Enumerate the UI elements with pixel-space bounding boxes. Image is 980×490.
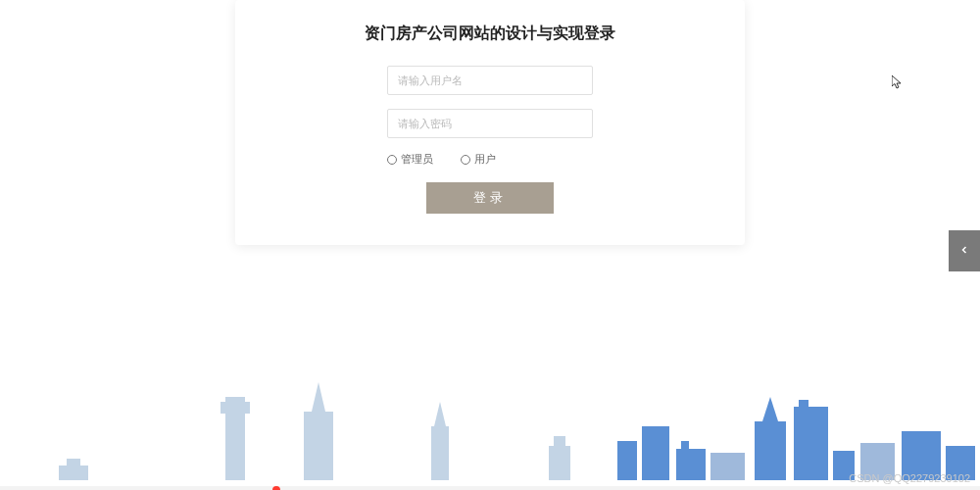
role-admin-option[interactable]: 管理员	[387, 152, 433, 167]
progress-indicator	[272, 486, 280, 490]
svg-rect-8	[549, 446, 570, 480]
svg-rect-0	[59, 466, 88, 480]
svg-rect-4	[304, 412, 333, 480]
svg-rect-9	[554, 436, 565, 448]
svg-rect-12	[676, 449, 706, 480]
role-user-radio[interactable]	[461, 155, 470, 165]
role-user-label: 用户	[474, 152, 496, 167]
login-card: 资门房产公司网站的设计与实现登录 管理员 用户 登录	[235, 0, 745, 245]
svg-rect-13	[681, 441, 689, 451]
role-radio-group: 管理员 用户	[387, 152, 593, 167]
chevron-left-icon	[958, 242, 970, 260]
cursor-icon	[892, 75, 902, 92]
password-input[interactable]	[387, 109, 593, 138]
bottom-bar	[0, 486, 980, 490]
watermark-text: CSDN @QQ2279239102	[849, 472, 970, 484]
svg-marker-7	[434, 402, 446, 426]
svg-rect-14	[755, 421, 786, 480]
role-admin-label: 管理员	[401, 152, 433, 167]
side-collapse-tab[interactable]	[949, 230, 980, 271]
username-input[interactable]	[387, 66, 593, 95]
svg-rect-21	[710, 453, 745, 480]
svg-marker-15	[762, 397, 778, 421]
svg-rect-1	[67, 459, 80, 466]
role-admin-radio[interactable]	[387, 155, 397, 165]
skyline-decoration	[0, 372, 980, 480]
login-button[interactable]: 登录	[426, 182, 554, 214]
svg-rect-6	[431, 426, 449, 480]
svg-rect-3	[220, 402, 250, 414]
login-title: 资门房产公司网站的设计与实现登录	[294, 24, 686, 44]
role-user-option[interactable]: 用户	[461, 152, 496, 167]
svg-rect-11	[642, 426, 669, 480]
svg-rect-10	[617, 441, 637, 480]
svg-rect-17	[799, 400, 808, 410]
svg-rect-16	[794, 407, 828, 480]
svg-marker-5	[312, 382, 325, 412]
